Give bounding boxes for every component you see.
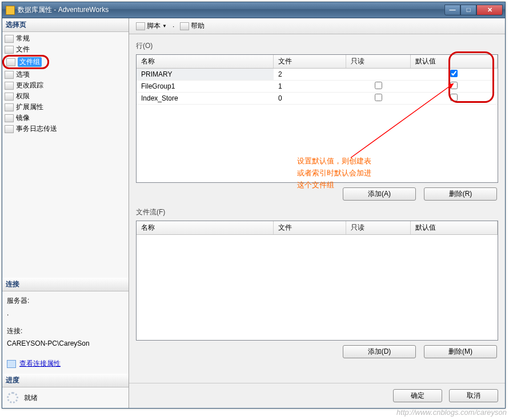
window-buttons: — □ ✕ — [444, 5, 503, 16]
main-panel: 脚本 ▼ · 帮助 行(O) 名称 文件 只读 — [129, 18, 505, 408]
remove-filegroup-button[interactable]: 删除(R) — [424, 187, 497, 201]
page-icon — [5, 46, 14, 54]
dropdown-icon: ▼ — [162, 23, 167, 29]
cell-name: FileGroup1 — [137, 81, 274, 93]
ok-button[interactable]: 确定 — [393, 389, 442, 402]
progress-status: 就绪 — [24, 393, 38, 403]
default-checkbox[interactable] — [450, 94, 458, 101]
cancel-button[interactable]: 取消 — [449, 389, 498, 402]
filestream-group-label: 文件流(F) — [136, 207, 498, 217]
cell-readonly — [346, 93, 411, 105]
sidebar-item-permissions[interactable]: 权限 — [2, 91, 129, 102]
table-row[interactable]: Index_Store 0 — [137, 93, 498, 105]
annotation-text: 设置默认值，则创建表或者索引时默认会加进这个文件组 — [297, 155, 377, 191]
cell-file: 2 — [274, 69, 346, 81]
toolbar: 脚本 ▼ · 帮助 — [129, 18, 505, 34]
dialog-body: 选择页 常规 文件 文件组 选项 更改跟踪 权限 扩展属性 镜像 事务日志传送 … — [2, 18, 505, 408]
col-readonly-header[interactable]: 只读 — [346, 55, 411, 69]
rows-group-label: 行(O) — [136, 41, 498, 51]
sidebar: 选择页 常规 文件 文件组 选项 更改跟踪 权限 扩展属性 镜像 事务日志传送 … — [2, 18, 129, 408]
col-file-header[interactable]: 文件 — [274, 55, 346, 69]
add-filestream-button[interactable]: 添加(D) — [343, 345, 416, 358]
cell-file: 0 — [274, 93, 346, 105]
help-label: 帮助 — [191, 21, 205, 31]
page-icon — [5, 114, 14, 122]
default-checkbox[interactable] — [450, 82, 458, 89]
spinner-icon — [7, 392, 18, 403]
minimize-button[interactable]: — — [444, 5, 460, 15]
sidebar-item-options[interactable]: 选项 — [2, 69, 129, 80]
col-name-header[interactable]: 名称 — [137, 55, 274, 69]
readonly-checkbox[interactable] — [375, 94, 382, 101]
sidebar-item-files[interactable]: 文件 — [2, 44, 129, 55]
script-label: 脚本 — [147, 21, 161, 31]
page-icon — [6, 58, 15, 66]
remove-filestream-button[interactable]: 删除(M) — [424, 345, 497, 358]
page-icon — [5, 71, 14, 79]
col-readonly-header[interactable]: 只读 — [346, 221, 411, 235]
connection-header: 连接 — [2, 278, 129, 291]
page-icon — [5, 82, 14, 90]
filestream-grid: 名称 文件 只读 默认值 — [136, 221, 498, 341]
sidebar-item-changetracking[interactable]: 更改跟踪 — [2, 80, 129, 91]
connection-value: CAREYSON-PC\CareySon — [7, 338, 124, 350]
progress-header: 进度 — [2, 374, 129, 387]
page-icon — [5, 103, 14, 111]
cell-default — [411, 69, 498, 81]
table-row[interactable]: FileGroup1 1 — [137, 81, 498, 93]
filestream-table[interactable]: 名称 文件 只读 默认值 — [137, 221, 498, 235]
page-icon — [5, 35, 14, 43]
cell-name: Index_Store — [137, 93, 274, 105]
progress-body: 就绪 — [2, 387, 129, 408]
sidebar-item-logshipping[interactable]: 事务日志传送 — [2, 123, 129, 134]
readonly-checkbox[interactable] — [375, 82, 382, 89]
titlebar[interactable]: 数据库属性 - AdventureWorks — □ ✕ — [2, 2, 505, 18]
connection-body: 服务器: . 连接: CAREYSON-PC\CareySon 查看连接属性 — [2, 291, 129, 374]
view-connection-link[interactable]: 查看连接属性 — [19, 358, 61, 370]
maximize-button[interactable]: □ — [460, 5, 476, 15]
dialog-window: 数据库属性 - AdventureWorks — □ ✕ 选择页 常规 文件 文… — [2, 2, 506, 409]
col-name-header[interactable]: 名称 — [137, 221, 274, 235]
sidebar-item-mirroring[interactable]: 镜像 — [2, 113, 129, 123]
server-label: 服务器: — [7, 295, 124, 307]
connection-label: 连接: — [7, 325, 124, 338]
help-icon — [180, 22, 189, 30]
cell-default — [411, 93, 498, 105]
script-button[interactable]: 脚本 ▼ — [134, 20, 169, 32]
window-title: 数据库属性 - AdventureWorks — [18, 5, 444, 15]
col-default-header[interactable]: 默认值 — [411, 55, 498, 69]
cell-readonly — [346, 69, 411, 81]
col-default-header[interactable]: 默认值 — [411, 221, 498, 235]
col-file-header[interactable]: 文件 — [274, 221, 346, 235]
page-icon — [5, 125, 14, 133]
sidebar-item-extprops[interactable]: 扩展属性 — [2, 102, 129, 113]
cell-readonly — [346, 81, 411, 93]
close-button[interactable]: ✕ — [476, 5, 503, 15]
filegroups-table[interactable]: 名称 文件 只读 默认值 PRIMARY 2 — [137, 55, 498, 105]
toolbar-sep: · — [173, 22, 174, 30]
properties-icon — [7, 360, 16, 368]
nav-items: 常规 文件 文件组 选项 更改跟踪 权限 扩展属性 镜像 事务日志传送 — [2, 32, 129, 135]
highlight-circle: 文件组 — [2, 55, 49, 69]
help-button[interactable]: 帮助 — [178, 20, 207, 32]
connection-section: 连接 服务器: . 连接: CAREYSON-PC\CareySon 查看连接属… — [2, 278, 129, 408]
cell-file: 1 — [274, 81, 346, 93]
sidebar-item-general[interactable]: 常规 — [2, 33, 129, 44]
app-icon — [6, 6, 15, 15]
watermark: http://www.cnblogs.com/careyson — [396, 408, 507, 417]
dialog-footer: 确定 取消 — [129, 383, 505, 408]
cell-default — [411, 81, 498, 93]
sidebar-item-filegroups[interactable]: 文件组 — [4, 57, 44, 67]
view-connection-row: 查看连接属性 — [7, 358, 124, 370]
script-icon — [136, 22, 145, 30]
default-checkbox[interactable] — [450, 70, 458, 77]
cell-name: PRIMARY — [137, 69, 274, 81]
page-icon — [5, 93, 14, 101]
server-value: . — [7, 307, 124, 320]
content-area: 行(O) 名称 文件 只读 默认值 PRIMARY 2 — [129, 34, 505, 383]
table-row[interactable]: PRIMARY 2 — [137, 69, 498, 81]
select-page-header: 选择页 — [2, 18, 129, 32]
filestream-buttons: 添加(D) 删除(M) — [136, 345, 497, 358]
